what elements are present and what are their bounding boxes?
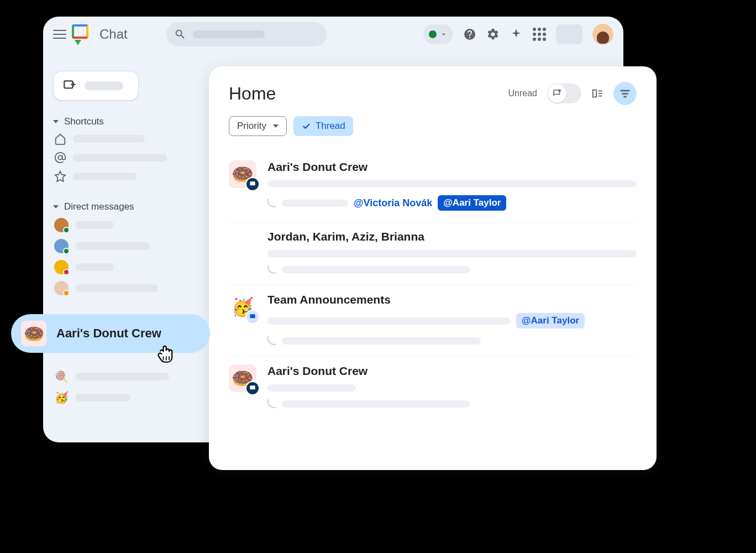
dm-avatar: [54, 239, 69, 253]
space-donut-icon: 🍩: [229, 364, 256, 392]
check-icon: [301, 121, 311, 131]
reply-indicator-icon: [267, 399, 276, 408]
panel-header: Home Unread: [229, 82, 637, 105]
priority-chip[interactable]: Priority: [229, 116, 287, 136]
space-donut-icon: 🍩: [229, 160, 256, 188]
menu-icon[interactable]: [53, 28, 66, 41]
shortcut-starred[interactable]: [53, 167, 197, 186]
sparkle-icon[interactable]: [510, 28, 523, 41]
filter-button[interactable]: [613, 82, 637, 105]
app-window: Chat Shortcuts: [43, 17, 623, 442]
help-icon[interactable]: [463, 28, 476, 41]
unread-toggle[interactable]: [547, 84, 581, 103]
mention-link[interactable]: @Victoria Novák: [354, 197, 432, 209]
chevron-down-icon: [273, 124, 279, 128]
unread-label: Unread: [508, 88, 537, 98]
message-unread-icon: [552, 88, 562, 98]
filter-icon: [619, 87, 631, 100]
home-icon: [54, 133, 66, 145]
shortcut-mentions[interactable]: [53, 148, 197, 167]
conversation-item[interactable]: 🍩 Aari's Donut Crew @Victoria Novák @Aar…: [229, 153, 637, 222]
chat-logo: [72, 24, 92, 44]
space-party-icon: 🥳: [54, 390, 69, 405]
dm-avatar: [54, 281, 69, 295]
dm-row[interactable]: [53, 236, 197, 257]
new-chat-icon: [62, 79, 77, 93]
shortcut-home[interactable]: [53, 129, 197, 148]
thread-chip[interactable]: Thread: [293, 116, 353, 136]
svg-rect-5: [593, 90, 596, 97]
dms-header[interactable]: Direct messages: [53, 199, 197, 215]
panel-title: Home: [229, 84, 276, 104]
conversation-item[interactable]: Jordan, Karim, Aziz, Brianna: [229, 222, 637, 285]
space-row[interactable]: 🥳: [53, 387, 197, 408]
active-badge: [63, 248, 70, 254]
status-indicator[interactable]: [423, 24, 453, 44]
search-icon: [174, 28, 186, 40]
reply-indicator-icon: [267, 199, 276, 207]
mention-chip[interactable]: @Aari Taylor: [438, 195, 506, 211]
conversation-title: Jordan, Karim, Aziz, Brianna: [267, 230, 637, 243]
account-switcher[interactable]: [556, 24, 582, 44]
shortcuts-section: Shortcuts: [53, 114, 197, 186]
away-badge: [63, 290, 70, 296]
thread-badge-icon: [245, 310, 260, 324]
view-split-icon[interactable]: [591, 87, 603, 100]
dm-row[interactable]: [53, 257, 197, 278]
filter-chips: Priority Thread: [229, 116, 637, 136]
svg-point-3: [58, 155, 62, 159]
svg-rect-12: [250, 181, 255, 185]
active-badge: [63, 227, 70, 233]
at-icon: [54, 152, 66, 164]
dm-avatar: [54, 260, 69, 274]
donut-icon: 🍩: [21, 321, 46, 346]
app-title: Chat: [99, 27, 128, 42]
svg-rect-9: [621, 90, 630, 92]
search-input[interactable]: [166, 22, 327, 46]
user-avatar[interactable]: [592, 24, 613, 45]
conversation-title: Aari's Donut Crew: [267, 364, 637, 378]
dnd-badge: [63, 269, 70, 275]
mention-chip-light[interactable]: @Aari Taylor: [516, 313, 585, 328]
svg-point-4: [558, 90, 561, 92]
new-chat-button[interactable]: [53, 71, 139, 101]
conversation-title: Aari's Donut Crew: [267, 160, 637, 174]
reply-indicator-icon: [267, 336, 276, 345]
conversation-title: Team Announcements: [267, 293, 637, 306]
conversation-list: 🍩 Aari's Donut Crew @Victoria Novák @Aar…: [229, 153, 637, 419]
star-icon: [54, 170, 66, 182]
space-party-icon: 🥳: [229, 293, 256, 321]
thread-badge-icon: [245, 381, 260, 395]
caret-down-icon: [53, 120, 59, 123]
top-bar: Chat: [43, 17, 623, 52]
apps-grid-icon[interactable]: [533, 28, 546, 41]
svg-rect-10: [622, 93, 628, 95]
floating-space-item[interactable]: 🍩 Aari's Donut Crew: [11, 314, 210, 353]
reply-indicator-icon: [267, 265, 276, 274]
chevron-down-icon: [440, 30, 448, 38]
active-status-dot: [429, 30, 437, 38]
svg-rect-14: [250, 385, 255, 389]
dms-section: Direct messages: [53, 199, 197, 299]
space-row[interactable]: 🍭: [53, 366, 197, 387]
space-lollipop-icon: 🍭: [54, 369, 69, 384]
settings-gear-icon[interactable]: [486, 28, 500, 41]
dm-avatar: [54, 218, 69, 232]
svg-rect-13: [250, 314, 255, 318]
dm-row[interactable]: [53, 215, 197, 236]
conversation-item[interactable]: 🥳 Team Announcements @Aari Taylor: [229, 285, 637, 357]
floating-space-label: Aari's Donut Crew: [56, 326, 161, 341]
shortcuts-header[interactable]: Shortcuts: [53, 114, 197, 129]
svg-rect-11: [623, 96, 627, 98]
caret-down-icon: [53, 205, 59, 208]
main-panel: Home Unread Priority: [209, 66, 657, 470]
thread-badge-icon: [245, 177, 260, 191]
group-avatar: [229, 230, 256, 258]
dm-row[interactable]: [53, 278, 197, 299]
conversation-item[interactable]: 🍩 Aari's Donut Crew: [229, 357, 637, 419]
drag-cursor-icon: [154, 342, 177, 365]
top-right-actions: [423, 24, 613, 45]
